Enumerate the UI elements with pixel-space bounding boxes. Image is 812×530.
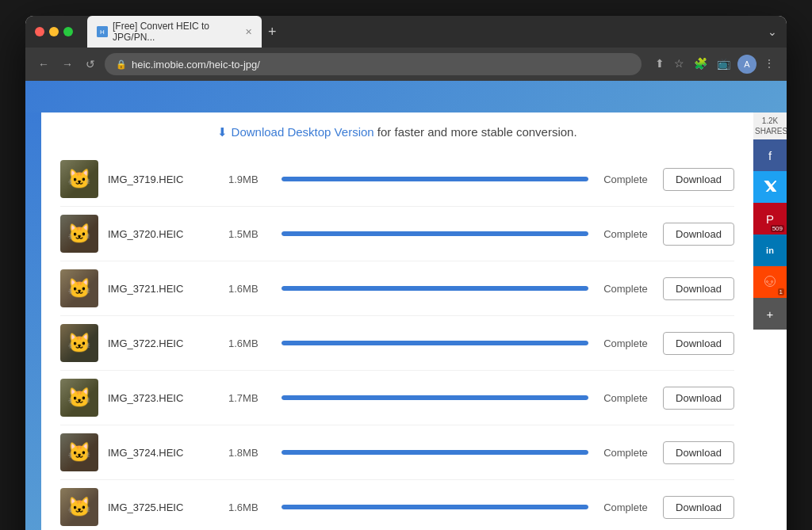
progress-bar-fill <box>282 231 588 236</box>
progress-bar-container <box>282 286 588 291</box>
share-icon[interactable]: ⬆ <box>653 55 667 74</box>
browser-window: H [Free] Convert HEIC to JPG/PN... ✕ + ⌄… <box>25 16 787 530</box>
file-thumbnail <box>60 433 98 471</box>
file-status: Complete <box>598 447 653 459</box>
avatar[interactable]: A <box>737 55 756 74</box>
file-size: 1.6MB <box>228 501 272 513</box>
progress-bar-container <box>282 505 588 509</box>
file-row: IMG_3724.HEIC1.8MBCompleteDownload <box>60 425 734 480</box>
linkedin-icon: in <box>766 246 774 255</box>
download-button[interactable]: Download <box>663 332 734 355</box>
download-button[interactable]: Download <box>663 441 734 464</box>
file-status: Complete <box>598 228 653 240</box>
file-thumbnail <box>60 215 98 253</box>
file-row: IMG_3721.HEIC1.6MBCompleteDownload <box>60 261 734 316</box>
download-desktop-banner: ⬇ Download Desktop Version for faster an… <box>60 125 734 139</box>
window-buttons <box>35 27 73 36</box>
file-status: Complete <box>598 392 653 404</box>
main-area: ⬇ Download Desktop Version for faster an… <box>25 112 787 530</box>
pinterest-icon: P <box>766 212 774 226</box>
page-content: ⬇ Download Desktop Version for faster an… <box>25 81 787 530</box>
address-input[interactable]: 🔒 heic.imobie.com/heic-to-jpg/ <box>105 53 642 75</box>
file-size: 1.6MB <box>228 283 272 295</box>
download-desktop-link[interactable]: Download Desktop Version <box>232 125 374 139</box>
more-share-button[interactable]: + <box>753 298 787 330</box>
bookmark-icon[interactable]: ☆ <box>672 55 687 74</box>
file-size: 1.6MB <box>228 337 272 349</box>
file-name: IMG_3724.HEIC <box>108 447 219 459</box>
file-row: IMG_3723.HEIC1.7MBCompleteDownload <box>60 371 734 425</box>
download-button[interactable]: Download <box>663 387 734 410</box>
active-tab[interactable]: H [Free] Convert HEIC to JPG/PN... ✕ <box>87 16 262 48</box>
blue-banner <box>25 81 787 112</box>
refresh-button[interactable]: ↺ <box>82 55 98 74</box>
file-thumbnail <box>60 324 98 362</box>
banner-suffix: for faster and more stable conversion. <box>377 125 577 139</box>
menu-icon[interactable]: ⋮ <box>761 55 777 74</box>
cast-icon[interactable]: 📺 <box>714 55 733 74</box>
tab-close-icon[interactable]: ✕ <box>245 27 252 37</box>
file-thumbnail <box>60 488 98 526</box>
minimize-button[interactable] <box>49 27 59 36</box>
file-name: IMG_3725.HEIC <box>108 501 219 513</box>
download-button[interactable]: Download <box>663 496 734 519</box>
file-row: IMG_3725.HEIC1.6MBCompleteDownload <box>60 480 734 530</box>
reddit-badge: 1 <box>778 288 784 296</box>
download-button[interactable]: Download <box>663 168 734 191</box>
maximize-button[interactable] <box>63 27 73 36</box>
progress-bar-container <box>282 395 588 400</box>
new-tab-button[interactable]: + <box>262 24 283 40</box>
tab-favicon: H <box>97 26 108 37</box>
file-size: 1.9MB <box>228 173 272 185</box>
more-share-icon: + <box>767 307 774 321</box>
address-bar: ← → ↺ 🔒 heic.imobie.com/heic-to-jpg/ ⬆ ☆… <box>25 48 787 81</box>
file-status: Complete <box>598 501 653 513</box>
progress-bar-container <box>282 341 588 345</box>
address-url: heic.imobie.com/heic-to-jpg/ <box>132 59 260 71</box>
close-button[interactable] <box>35 27 44 36</box>
share-count-label: SHARES <box>755 126 785 136</box>
content-area: ⬇ Download Desktop Version for faster an… <box>41 112 753 530</box>
facebook-icon: f <box>768 149 772 162</box>
file-name: IMG_3722.HEIC <box>108 337 219 349</box>
file-name: IMG_3719.HEIC <box>108 173 219 185</box>
progress-bar-fill <box>282 341 588 345</box>
file-status: Complete <box>598 173 653 185</box>
progress-bar-container <box>282 231 588 236</box>
pinterest-badge: 509 <box>771 225 784 232</box>
facebook-share-button[interactable]: f <box>753 139 787 171</box>
progress-bar-fill <box>282 450 588 455</box>
extensions-icon[interactable]: 🧩 <box>691 55 710 74</box>
forward-button[interactable]: → <box>59 55 76 74</box>
twitter-share-button[interactable] <box>753 171 787 203</box>
tab-menu-icon[interactable]: ⌄ <box>768 25 777 38</box>
progress-bar-container <box>282 177 588 181</box>
back-button[interactable]: ← <box>35 55 52 74</box>
linkedin-share-button[interactable]: in <box>753 234 787 266</box>
download-arrow-icon: ⬇ <box>217 125 228 139</box>
left-sidebar <box>25 112 41 530</box>
file-name: IMG_3720.HEIC <box>108 228 219 240</box>
title-bar: H [Free] Convert HEIC to JPG/PN... ✕ + ⌄ <box>25 16 787 48</box>
file-size: 1.5MB <box>228 228 272 240</box>
file-row: IMG_3719.HEIC1.9MBCompleteDownload <box>60 152 734 207</box>
file-name: IMG_3723.HEIC <box>108 392 219 404</box>
file-status: Complete <box>598 283 653 295</box>
progress-bar-container <box>282 450 588 455</box>
svg-text:H: H <box>100 29 105 36</box>
file-row: IMG_3722.HEIC1.6MBCompleteDownload <box>60 316 734 371</box>
progress-bar-fill <box>282 395 588 400</box>
pinterest-share-button[interactable]: P 509 <box>753 203 787 234</box>
download-button[interactable]: Download <box>663 223 734 246</box>
progress-bar-fill <box>282 505 588 509</box>
file-size: 1.8MB <box>228 447 272 459</box>
tab-title: [Free] Convert HEIC to JPG/PN... <box>113 21 237 43</box>
download-button[interactable]: Download <box>663 277 734 300</box>
toolbar-icons: ⬆ ☆ 🧩 📺 A ⋮ <box>653 55 777 74</box>
progress-bar-fill <box>282 177 588 181</box>
lock-icon: 🔒 <box>116 59 127 70</box>
file-size: 1.7MB <box>228 392 272 404</box>
reddit-share-button[interactable]: 1 <box>753 266 787 298</box>
file-thumbnail <box>60 269 98 307</box>
share-count: 1.2K SHARES <box>753 112 787 139</box>
